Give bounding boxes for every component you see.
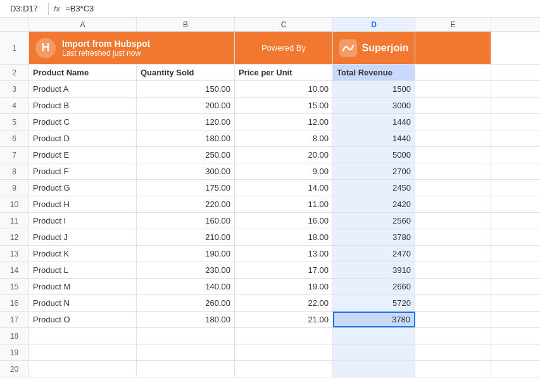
cell-d15[interactable]: 2660 (333, 279, 415, 294)
cell-b13[interactable]: 190.00 (137, 246, 235, 262)
cell-a12[interactable]: Product J (29, 229, 137, 245)
cell-e18 (415, 328, 491, 344)
cell-a5[interactable]: Product C (29, 114, 137, 130)
cell-d3[interactable]: 1500 (333, 81, 415, 97)
empty-row-20: 20 (0, 361, 540, 377)
header-row: 2 Product Name Quantity Sold Price per U… (0, 65, 540, 81)
hubspot-icon: H (35, 38, 56, 58)
cell-d10[interactable]: 2420 (333, 196, 415, 212)
cell-b4[interactable]: 200.00 (137, 98, 235, 113)
cell-e7 (415, 147, 491, 163)
cell-b19[interactable] (137, 345, 235, 360)
cell-d12[interactable]: 3780 (333, 229, 415, 245)
cell-a6[interactable]: Product D (29, 130, 137, 146)
cell-b15[interactable]: 140.00 (137, 279, 235, 294)
cell-c5[interactable]: 12.00 (235, 114, 333, 130)
cell-b17[interactable]: 180.00 (137, 312, 235, 327)
cell-d9[interactable]: 2450 (333, 180, 415, 196)
cell-d8[interactable]: 2700 (333, 163, 415, 179)
cell-c3[interactable]: 10.00 (235, 81, 333, 97)
col-header-e[interactable]: E (415, 18, 491, 32)
cell-d4[interactable]: 3000 (333, 98, 415, 113)
header-quantity-sold[interactable]: Quantity Sold (137, 65, 235, 80)
cell-c8[interactable]: 9.00 (235, 163, 333, 179)
cell-e3 (415, 81, 491, 97)
col-header-c[interactable]: C (235, 18, 333, 32)
cell-a4[interactable]: Product B (29, 98, 137, 113)
cell-a14[interactable]: Product L (29, 262, 137, 278)
cell-a11[interactable]: Product I (29, 213, 137, 229)
cell-b14[interactable]: 230.00 (137, 262, 235, 278)
cell-b9[interactable]: 175.00 (137, 180, 235, 196)
cell-c12[interactable]: 18.00 (235, 229, 333, 245)
cell-c11[interactable]: 16.00 (235, 213, 333, 229)
cell-c16[interactable]: 22.00 (235, 295, 333, 311)
table-row: 17 Product O 180.00 21.00 3780 (0, 312, 540, 328)
cell-d6[interactable]: 1440 (333, 130, 415, 146)
cell-b8[interactable]: 300.00 (137, 163, 235, 179)
cell-a16[interactable]: Product N (29, 295, 137, 311)
cell-a7[interactable]: Product E (29, 147, 137, 163)
cell-d19[interactable] (333, 345, 415, 360)
col-header-a[interactable]: A (29, 18, 137, 32)
col-header-d[interactable]: D (333, 18, 415, 32)
cell-e13 (415, 246, 491, 262)
cell-c9[interactable]: 14.00 (235, 180, 333, 196)
cell-d11[interactable]: 2560 (333, 213, 415, 229)
cell-d20[interactable] (333, 361, 415, 377)
header-product-name[interactable]: Product Name (29, 65, 137, 80)
cell-b20[interactable] (137, 361, 235, 377)
banner-superjoin: Superjoin (333, 32, 415, 64)
cell-d17[interactable]: 3780 (333, 312, 415, 327)
cell-b6[interactable]: 180.00 (137, 130, 235, 146)
cell-c10[interactable]: 11.00 (235, 196, 333, 212)
cell-b12[interactable]: 210.00 (137, 229, 235, 245)
cell-e6 (415, 130, 491, 146)
cell-a17[interactable]: Product O (29, 312, 137, 327)
cell-b10[interactable]: 220.00 (137, 196, 235, 212)
cell-a19[interactable] (29, 345, 137, 360)
column-headers: A B C D E (0, 18, 540, 32)
table-row: 8 Product F 300.00 9.00 2700 (0, 163, 540, 180)
cell-a15[interactable]: Product M (29, 279, 137, 294)
cell-a3[interactable]: Product A (29, 81, 137, 97)
cell-a18[interactable] (29, 328, 137, 344)
cell-b3[interactable]: 150.00 (137, 81, 235, 97)
cell-c20[interactable] (235, 361, 333, 377)
cell-d14[interactable]: 3910 (333, 262, 415, 278)
cell-b5[interactable]: 120.00 (137, 114, 235, 130)
header-total-revenue[interactable]: Total Revenue (333, 65, 415, 80)
cell-d5[interactable]: 1440 (333, 114, 415, 130)
cell-d18[interactable] (333, 328, 415, 344)
cell-c17[interactable]: 21.00 (235, 312, 333, 327)
cell-c7[interactable]: 20.00 (235, 147, 333, 163)
cell-c4[interactable]: 15.00 (235, 98, 333, 113)
empty-row-18: 18 (0, 328, 540, 345)
cell-c18[interactable] (235, 328, 333, 344)
table-row: 4 Product B 200.00 15.00 3000 (0, 98, 540, 114)
cell-reference[interactable]: D3:D17 (5, 4, 43, 13)
cell-c13[interactable]: 13.00 (235, 246, 333, 262)
cell-a8[interactable]: Product F (29, 163, 137, 179)
cell-a13[interactable]: Product K (29, 246, 137, 262)
cell-e5 (415, 114, 491, 130)
cell-a10[interactable]: Product H (29, 196, 137, 212)
cell-d7[interactable]: 5000 (333, 147, 415, 163)
cell-b18[interactable] (137, 328, 235, 344)
col-header-b[interactable]: B (137, 18, 235, 32)
cell-c6[interactable]: 8.00 (235, 130, 333, 146)
cell-d13[interactable]: 2470 (333, 246, 415, 262)
cell-a9[interactable]: Product G (29, 180, 137, 196)
table-row: 7 Product E 250.00 20.00 5000 (0, 147, 540, 163)
cell-b7[interactable]: 250.00 (137, 147, 235, 163)
cell-d16[interactable]: 5720 (333, 295, 415, 311)
cell-e15 (415, 279, 491, 294)
table-row: 3 Product A 150.00 10.00 1500 (0, 81, 540, 98)
cell-c15[interactable]: 19.00 (235, 279, 333, 294)
cell-c14[interactable]: 17.00 (235, 262, 333, 278)
cell-b11[interactable]: 160.00 (137, 213, 235, 229)
cell-c19[interactable] (235, 345, 333, 360)
header-price-per-unit[interactable]: Price per Unit (235, 65, 333, 80)
cell-b16[interactable]: 260.00 (137, 295, 235, 311)
cell-a20[interactable] (29, 361, 137, 377)
